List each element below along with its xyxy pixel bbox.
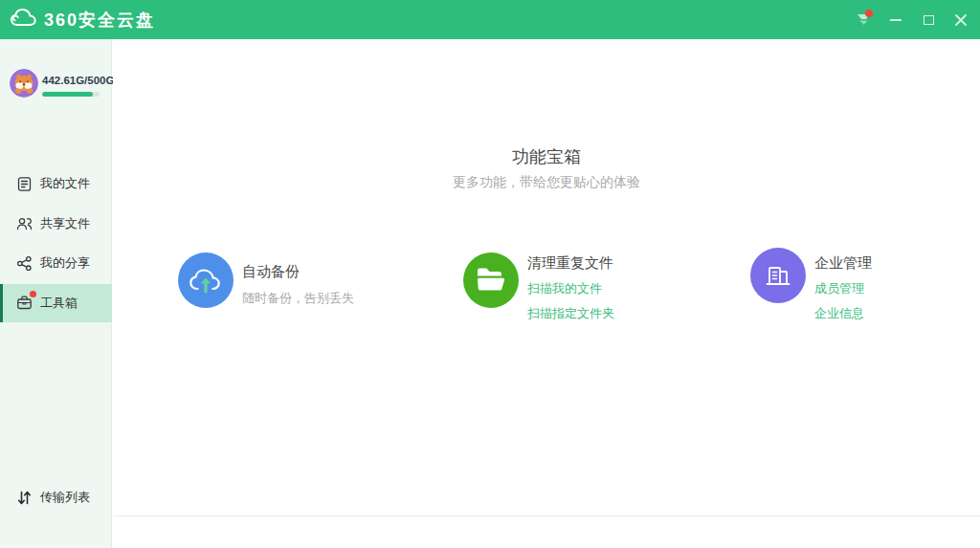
maximize-button[interactable] bbox=[921, 12, 936, 28]
transfer-arrows-icon bbox=[16, 490, 33, 506]
document-icon bbox=[16, 176, 33, 192]
sidebar-item-transfer-list[interactable]: 传输列表 bbox=[0, 483, 112, 512]
card-title: 自动备份 bbox=[242, 263, 354, 281]
transfer-list-label: 传输列表 bbox=[40, 489, 90, 506]
page-subtitle: 更多功能，带给您更贴心的体验 bbox=[113, 174, 980, 191]
scan-my-files-link[interactable]: 扫描我的文件 bbox=[527, 280, 614, 297]
notification-icon[interactable] bbox=[856, 12, 871, 28]
cloud-logo-icon bbox=[10, 8, 38, 33]
scan-specified-folder-link[interactable]: 扫描指定文件夹 bbox=[527, 305, 614, 322]
share-nodes-icon bbox=[16, 255, 33, 272]
minimize-button[interactable] bbox=[888, 12, 903, 28]
enterprise-info-link[interactable]: 企业信息 bbox=[814, 305, 872, 322]
users-icon bbox=[16, 215, 33, 231]
sidebar: 442.61G/500G 我的文件 bbox=[0, 39, 112, 548]
user-section[interactable]: 442.61G/500G bbox=[10, 69, 114, 98]
storage-progress-fill bbox=[42, 92, 93, 97]
sidebar-item-my-shares[interactable]: 我的分享 bbox=[0, 244, 112, 282]
storage-info: 442.61G/500G bbox=[42, 69, 114, 98]
notification-badge bbox=[865, 10, 873, 17]
titlebar-controls bbox=[856, 12, 969, 28]
sidebar-nav: 我的文件 共享文件 我的分享 bbox=[0, 164, 112, 323]
app-logo: 360安全云盘 bbox=[10, 8, 155, 33]
sidebar-item-toolbox[interactable]: 工具箱 bbox=[0, 284, 112, 322]
folder-icon[interactable] bbox=[463, 252, 519, 308]
card-clean-duplicates: 清理重复文件 扫描我的文件 扫描指定文件夹 bbox=[463, 252, 614, 322]
main-panel: 功能宝箱 更多功能，带给您更贴心的体验 自动备份 随时备份，告别丢失 清理重复文… bbox=[113, 39, 980, 548]
page-title: 功能宝箱 bbox=[113, 145, 980, 168]
member-management-link[interactable]: 成员管理 bbox=[814, 280, 872, 297]
building-icon[interactable] bbox=[750, 248, 806, 303]
avatar[interactable] bbox=[10, 69, 38, 98]
card-enterprise-management: 企业管理 成员管理 企业信息 bbox=[750, 248, 872, 322]
sidebar-item-shared-files[interactable]: 共享文件 bbox=[0, 205, 112, 243]
close-button[interactable] bbox=[953, 12, 969, 28]
storage-progress-bar bbox=[42, 92, 100, 97]
card-title: 企业管理 bbox=[814, 254, 872, 273]
sidebar-item-label: 我的分享 bbox=[40, 254, 90, 272]
card-title: 清理重复文件 bbox=[527, 254, 614, 273]
sidebar-item-label: 共享文件 bbox=[40, 215, 90, 232]
titlebar: 360安全云盘 bbox=[0, 0, 980, 39]
card-auto-backup[interactable]: 自动备份 随时备份，告别丢失 bbox=[178, 252, 354, 308]
toolbox-icon bbox=[16, 295, 33, 311]
bottom-divider bbox=[113, 515, 980, 516]
card-description: 随时备份，告别丢失 bbox=[242, 290, 354, 307]
toolbox-badge bbox=[30, 291, 36, 297]
storage-usage-label: 442.61G/500G bbox=[42, 75, 114, 86]
cloud-upload-icon[interactable] bbox=[178, 252, 234, 308]
sidebar-item-label: 工具箱 bbox=[40, 295, 78, 312]
sidebar-item-my-files[interactable]: 我的文件 bbox=[0, 164, 112, 203]
sidebar-item-label: 我的文件 bbox=[40, 175, 90, 192]
app-title: 360安全云盘 bbox=[44, 9, 155, 32]
